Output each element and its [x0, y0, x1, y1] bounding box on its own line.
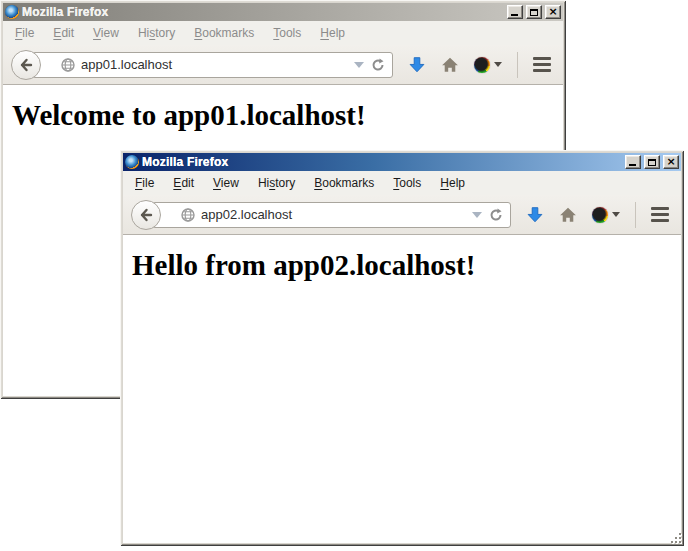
app-menu-button[interactable]	[533, 57, 551, 72]
firefox-logo-icon	[125, 155, 139, 169]
menu-item-edit[interactable]: Edit	[46, 23, 81, 43]
url-text[interactable]: app01.localhost	[81, 57, 348, 72]
globe-icon	[61, 58, 75, 72]
browser-window-app02: Mozilla Firefox × FileEditViewHistoryBoo…	[120, 150, 684, 546]
back-button[interactable]	[131, 200, 161, 230]
menu-item-help[interactable]: Help	[313, 23, 352, 43]
titlebar[interactable]: Mozilla Firefox ×	[3, 3, 563, 21]
back-arrow-icon	[138, 207, 154, 223]
home-icon	[441, 56, 459, 74]
close-button[interactable]: ×	[663, 155, 679, 169]
minimize-icon	[629, 164, 636, 166]
desktop: { "windows": [ { "title": "Mozilla Firef…	[0, 0, 688, 551]
maximize-button[interactable]	[644, 155, 660, 169]
chevron-down-icon[interactable]	[472, 212, 482, 218]
menu-item-tools[interactable]: Tools	[386, 173, 428, 193]
resize-grip-icon[interactable]	[669, 531, 683, 545]
menu-item-file[interactable]: File	[8, 23, 41, 43]
menu-bar: FileEditViewHistoryBookmarksToolsHelp	[3, 21, 563, 45]
menu-item-bookmarks[interactable]: Bookmarks	[307, 173, 381, 193]
colorwheel-icon	[474, 57, 490, 73]
home-button[interactable]	[441, 56, 459, 74]
chevron-down-icon[interactable]	[354, 62, 364, 68]
page-heading: Hello from app02.localhost!	[132, 249, 681, 282]
toolbar-separator	[635, 202, 636, 228]
toolbar-separator	[517, 52, 518, 78]
maximize-icon	[530, 9, 538, 16]
navigation-toolbar: app02.localhost	[123, 195, 681, 235]
download-button[interactable]	[526, 206, 544, 224]
minimize-button[interactable]	[507, 5, 523, 19]
addon-button[interactable]	[592, 207, 620, 223]
window-title: Mozilla Firefox	[142, 155, 622, 169]
close-icon: ×	[666, 157, 675, 167]
menu-item-view[interactable]: View	[206, 173, 246, 193]
menu-item-bookmarks[interactable]: Bookmarks	[187, 23, 261, 43]
page-heading: Welcome to app01.localhost!	[12, 99, 563, 132]
url-text[interactable]: app02.localhost	[201, 207, 466, 222]
download-arrow-icon	[526, 206, 544, 224]
firefox-logo-icon	[5, 5, 19, 19]
menu-bar: FileEditViewHistoryBookmarksToolsHelp	[123, 171, 681, 195]
home-icon	[559, 206, 577, 224]
page-content: Hello from app02.localhost!	[123, 235, 681, 543]
download-arrow-icon	[408, 56, 426, 74]
addon-button[interactable]	[474, 57, 502, 73]
url-bar[interactable]: app02.localhost	[152, 202, 511, 228]
maximize-icon	[648, 159, 656, 166]
home-button[interactable]	[559, 206, 577, 224]
maximize-button[interactable]	[526, 5, 542, 19]
reload-icon[interactable]	[370, 57, 386, 73]
menu-item-history[interactable]: History	[131, 23, 182, 43]
minimize-button[interactable]	[625, 155, 641, 169]
minimize-icon	[511, 14, 518, 16]
menu-item-help[interactable]: Help	[433, 173, 472, 193]
menu-item-edit[interactable]: Edit	[166, 173, 201, 193]
colorwheel-icon	[592, 207, 608, 223]
chevron-down-icon	[612, 212, 620, 217]
back-button[interactable]	[11, 50, 41, 80]
url-bar[interactable]: app01.localhost	[32, 52, 393, 78]
app-menu-button[interactable]	[651, 207, 669, 222]
window-title: Mozilla Firefox	[22, 5, 504, 19]
close-button[interactable]: ×	[545, 5, 561, 19]
download-button[interactable]	[408, 56, 426, 74]
reload-icon[interactable]	[488, 207, 504, 223]
menu-item-history[interactable]: History	[251, 173, 302, 193]
titlebar[interactable]: Mozilla Firefox ×	[123, 153, 681, 171]
chevron-down-icon	[494, 62, 502, 67]
globe-icon	[181, 208, 195, 222]
menu-item-file[interactable]: File	[128, 173, 161, 193]
menu-item-tools[interactable]: Tools	[266, 23, 308, 43]
close-icon: ×	[548, 7, 557, 17]
menu-item-view[interactable]: View	[86, 23, 126, 43]
back-arrow-icon	[18, 57, 34, 73]
navigation-toolbar: app01.localhost	[3, 45, 563, 85]
